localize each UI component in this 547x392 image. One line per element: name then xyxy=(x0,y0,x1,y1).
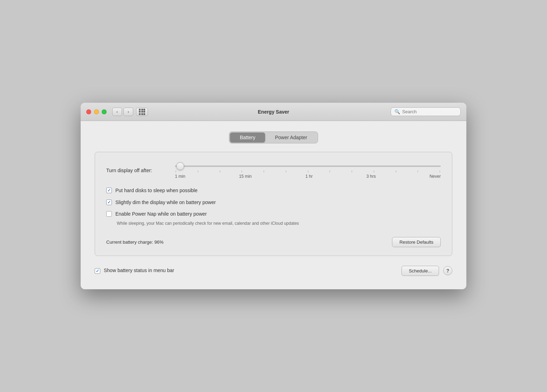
tick xyxy=(176,170,176,173)
tick xyxy=(396,170,396,173)
slider-label-3hrs: 3 hrs xyxy=(366,174,376,179)
forward-button[interactable]: › xyxy=(123,108,133,116)
checkmark-icon: ✓ xyxy=(107,188,111,193)
hard-disks-label: Put hard disks to sleep when possible xyxy=(115,187,197,194)
menu-bar-row: ✓ Show battery status in menu bar xyxy=(95,267,174,274)
tick xyxy=(198,170,198,173)
bottom-row: ✓ Show battery status in menu bar Schedu… xyxy=(95,263,452,279)
hard-disks-row: ✓ Put hard disks to sleep when possible xyxy=(106,187,441,194)
slider-label-never: Never xyxy=(430,174,441,179)
tick xyxy=(330,170,330,173)
checkmark-icon: ✓ xyxy=(96,269,99,273)
search-input[interactable] xyxy=(402,109,457,114)
menu-bar-checkbox[interactable]: ✓ xyxy=(95,268,100,274)
close-button[interactable] xyxy=(86,109,91,114)
power-nap-description: While sleeping, your Mac can periodicall… xyxy=(117,221,299,226)
display-sleep-row: Turn display off after: xyxy=(106,162,441,179)
settings-panel: Turn display off after: xyxy=(95,152,452,256)
zoom-button[interactable] xyxy=(102,109,107,114)
slider-labels: 1 min 15 min 1 hr 3 hrs Never xyxy=(175,174,441,179)
energy-saver-window: ‹ › Energy Saver 🔍 Battery Power Adapter xyxy=(81,103,466,289)
tick xyxy=(286,170,286,173)
tick-marks xyxy=(175,170,441,173)
dim-display-checkbox[interactable]: ✓ xyxy=(106,200,112,205)
checkmark-icon: ✓ xyxy=(107,200,111,205)
tab-battery[interactable]: Battery xyxy=(230,133,265,142)
segmented-control: Battery Power Adapter xyxy=(95,131,452,143)
titlebar: ‹ › Energy Saver 🔍 xyxy=(81,103,466,121)
nav-buttons: ‹ › xyxy=(112,108,148,116)
power-nap-row: Enable Power Nap while on battery power xyxy=(106,211,441,218)
search-box[interactable]: 🔍 xyxy=(391,107,461,116)
tab-power-adapter[interactable]: Power Adapter xyxy=(265,133,317,142)
back-button[interactable]: ‹ xyxy=(112,108,122,116)
dim-display-label: Slightly dim the display while on batter… xyxy=(115,199,216,206)
content-area: Battery Power Adapter Turn display off a… xyxy=(81,121,466,289)
traffic-lights xyxy=(86,109,107,114)
power-nap-label: Enable Power Nap while on battery power xyxy=(115,211,207,218)
slider-track-wrap[interactable] xyxy=(175,162,441,170)
hard-disks-checkbox[interactable]: ✓ xyxy=(106,188,112,193)
tick xyxy=(308,170,308,173)
slider-label-1min: 1 min xyxy=(175,174,185,179)
panel-footer: Current battery charge: 96% Restore Defa… xyxy=(106,237,441,247)
grid-icon xyxy=(139,109,145,115)
schedule-button[interactable]: Schedule... xyxy=(401,266,439,276)
power-nap-checkbox[interactable] xyxy=(106,211,112,217)
power-nap-description-row: While sleeping, your Mac can periodicall… xyxy=(117,220,441,227)
dim-display-row: ✓ Slightly dim the display while on batt… xyxy=(106,199,441,206)
slider-label-15min: 15 min xyxy=(239,174,252,179)
slider-label: Turn display off after: xyxy=(106,168,169,173)
slider-track xyxy=(175,165,441,167)
minimize-button[interactable] xyxy=(94,109,99,114)
tick xyxy=(220,170,220,173)
help-button[interactable]: ? xyxy=(443,266,452,275)
tick xyxy=(418,170,418,173)
tab-group: Battery Power Adapter xyxy=(229,131,318,143)
slider-label-1hr: 1 hr xyxy=(305,174,313,179)
tick xyxy=(374,170,374,173)
grid-button[interactable] xyxy=(136,108,148,116)
tick xyxy=(242,170,242,173)
slider-thumb[interactable] xyxy=(176,162,184,170)
slider-container: 1 min 15 min 1 hr 3 hrs Never xyxy=(175,162,441,179)
tick xyxy=(440,170,440,173)
menu-bar-label: Show battery status in menu bar xyxy=(104,267,174,274)
window-title: Energy Saver xyxy=(258,109,289,115)
battery-charge-label: Current battery charge: 96% xyxy=(106,239,163,245)
restore-defaults-button[interactable]: Restore Defaults xyxy=(392,237,441,247)
tick xyxy=(352,170,352,173)
tick xyxy=(264,170,264,173)
search-icon: 🔍 xyxy=(394,109,400,114)
bottom-buttons: Schedule... ? xyxy=(401,266,452,276)
